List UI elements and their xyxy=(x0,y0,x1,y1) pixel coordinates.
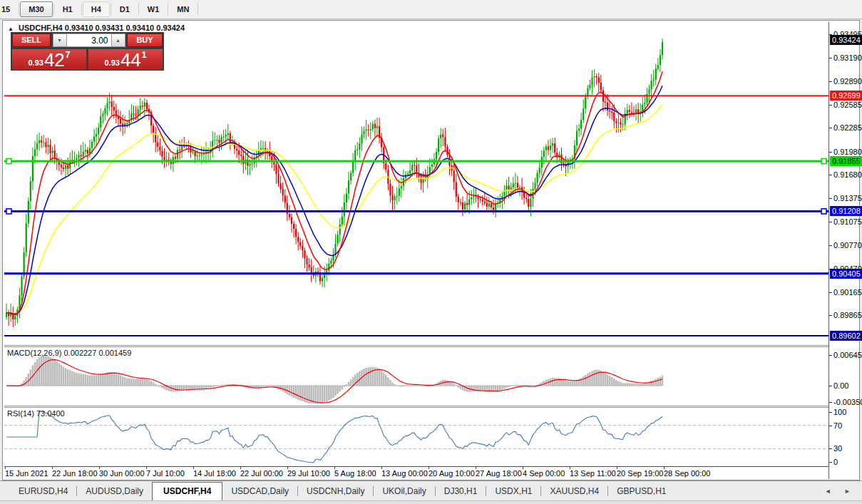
chart-symbol-label: USDCHF,H4 xyxy=(19,24,63,32)
sell-price-display[interactable]: 0.93 42 7 xyxy=(12,49,86,70)
buy-button[interactable]: BUY xyxy=(127,34,163,47)
timeframe-button-d1[interactable]: D1 xyxy=(112,2,138,16)
hline-handle[interactable] xyxy=(6,159,11,164)
time-tick-label: 14 Jul 18:00 xyxy=(193,469,236,478)
timeframe-button-mn[interactable]: MN xyxy=(169,2,197,16)
timeframe-button-15[interactable]: 15 xyxy=(0,2,18,16)
rsi-pane[interactable]: RSI(14) 73.0400 xyxy=(4,408,828,466)
tab-eurusd-h4[interactable]: EURUSD,H4 xyxy=(10,483,76,500)
axis-tick xyxy=(829,426,832,426)
tab-scroll-left-icon[interactable]: ◄ xyxy=(825,488,837,495)
horizontal-scrollbar[interactable] xyxy=(0,500,862,504)
sell-price-pip: 7 xyxy=(66,50,71,60)
timeframe-button-h1[interactable]: H1 xyxy=(55,2,81,16)
axis-tick xyxy=(829,292,832,293)
rsi-label: RSI(14) 73.0400 xyxy=(7,409,65,418)
macd-pane[interactable]: MACD(12,26,9) 0.002227 0.001459 xyxy=(4,347,828,406)
time-tick-label: 20 Sep 19:00 xyxy=(617,469,663,478)
tab-usdcnh-daily[interactable]: USDCNH,Daily xyxy=(298,483,373,500)
volume-input[interactable] xyxy=(67,34,111,47)
hline-handle[interactable] xyxy=(6,209,11,214)
toolbar-separator xyxy=(138,4,139,15)
tab-usdchf-h4[interactable]: USDCHF,H4 xyxy=(152,482,222,501)
price-pane[interactable]: ▲ USDCHF,H4 0.93410 0.93431 0.93410 0.93… xyxy=(4,22,828,345)
axis-tick xyxy=(829,315,832,316)
time-tick-label: 29 Jul 10:00 xyxy=(287,469,330,478)
rsi-chart[interactable] xyxy=(4,408,828,466)
macd-label: MACD(12,26,9) 0.002227 0.001459 xyxy=(7,349,131,357)
timeframe-button-m30[interactable]: M30 xyxy=(20,1,52,17)
axis-tick xyxy=(829,462,832,463)
chart-tab-bar: EURUSD,H4AUDUSD,DailyUSDCHF,H4USDCAD,Dai… xyxy=(0,480,862,500)
ohlc-high: 0.93431 xyxy=(96,24,124,32)
sell-button[interactable]: SELL xyxy=(12,34,51,47)
chart-window: ▲ USDCHF,H4 0.93410 0.93431 0.93410 0.93… xyxy=(2,20,860,480)
pane-splitter[interactable] xyxy=(4,406,859,408)
rsi-tick-label: 100 xyxy=(833,408,846,417)
price-axis: 0.934950.931900.928900.925850.922850.919… xyxy=(828,22,859,479)
time-tick-label: 15 Jun 2021 xyxy=(5,469,48,478)
ma-slow-line xyxy=(6,104,662,313)
macd-tick-label: -0.00350 xyxy=(833,398,862,407)
axis-tick xyxy=(829,198,832,199)
axis-tick xyxy=(829,386,832,386)
axis-tick xyxy=(829,412,832,413)
hline-0.90405[interactable] xyxy=(4,272,828,274)
collapse-arrow-icon[interactable]: ▲ xyxy=(8,26,14,32)
candles xyxy=(6,38,663,327)
timeframe-button-h4[interactable]: H4 xyxy=(83,1,110,17)
rsi-tick-label: 30 xyxy=(833,444,842,453)
axis-tick xyxy=(829,152,832,153)
one-click-trade-panel: SELL ▼ ▲ BUY 0.93 42 7 0.93 xyxy=(11,32,164,71)
tab-scroll-right-icon[interactable]: ► xyxy=(844,488,856,495)
buy-price-prefix: 0.93 xyxy=(104,58,119,67)
axis-tick xyxy=(829,105,832,106)
hline-price-label: 0.90405 xyxy=(830,269,862,279)
volume-decrease-icon[interactable]: ▼ xyxy=(53,34,67,47)
time-tick-label: 7 Jul 10:00 xyxy=(146,469,185,478)
hline-price-label: 0.91855 xyxy=(830,156,862,166)
tab-ukoil-daily[interactable]: UKOil,Daily xyxy=(374,483,434,500)
axis-tick xyxy=(829,222,832,222)
axis-tick xyxy=(829,245,832,246)
rsi-line xyxy=(6,411,662,463)
toolbar-separator xyxy=(81,4,82,15)
price-tick-label: 0.90770 xyxy=(833,241,862,250)
hline-0.92699[interactable] xyxy=(4,95,828,96)
axis-tick xyxy=(829,128,832,128)
tab-usdx-h1[interactable]: USDX,H1 xyxy=(486,483,540,500)
price-tick-label: 0.90165 xyxy=(833,288,862,297)
sell-price-big: 42 xyxy=(44,51,65,69)
hline-handle[interactable] xyxy=(821,159,826,164)
time-tick-label: 13 Sep 11:00 xyxy=(570,469,616,478)
price-tick-label: 0.89865 xyxy=(833,311,862,320)
hline-handle[interactable] xyxy=(821,209,826,214)
plot-column: ▲ USDCHF,H4 0.93410 0.93431 0.93410 0.93… xyxy=(4,22,828,479)
buy-price-display[interactable]: 0.93 44 1 xyxy=(88,49,163,70)
hline-0.89602[interactable] xyxy=(4,335,828,336)
tab-gbpusd-h1[interactable]: GBPUSD,H1 xyxy=(608,483,674,500)
rsi-tick-label: 70 xyxy=(833,421,842,431)
time-tick-label: 13 Aug 00:00 xyxy=(381,469,428,478)
time-tick-label: 30 Jun 00:00 xyxy=(99,469,145,478)
axis-tick xyxy=(829,355,832,356)
pane-splitter[interactable] xyxy=(4,345,859,347)
toolbar-separator xyxy=(53,4,54,15)
time-tick-label: 22 Jun 18:00 xyxy=(52,469,98,478)
price-tick-label: 0.91075 xyxy=(833,217,862,227)
tab-xauusd-h4[interactable]: XAUUSD,H4 xyxy=(541,483,607,500)
price-tick-label: 0.92585 xyxy=(833,101,862,110)
time-tick-label: 5 Aug 18:00 xyxy=(334,469,376,478)
ohlc-close: 0.93424 xyxy=(156,24,185,32)
sell-price-prefix: 0.93 xyxy=(28,58,43,67)
tab-dj30-h1[interactable]: DJ30,H1 xyxy=(436,483,486,500)
price-tick-label: 0.91680 xyxy=(833,170,862,180)
hline-0.91208[interactable] xyxy=(4,209,828,214)
ohlc-low: 0.93410 xyxy=(125,24,154,32)
axis-tick xyxy=(829,402,832,403)
volume-increase-icon[interactable]: ▲ xyxy=(111,34,125,47)
tab-audusd-daily[interactable]: AUDUSD,Daily xyxy=(77,483,152,500)
timeframe-button-w1[interactable]: W1 xyxy=(140,2,168,16)
macd-tick-label: 0.006451 xyxy=(833,351,862,360)
tab-usdcad-daily[interactable]: USDCAD,Daily xyxy=(222,483,297,500)
